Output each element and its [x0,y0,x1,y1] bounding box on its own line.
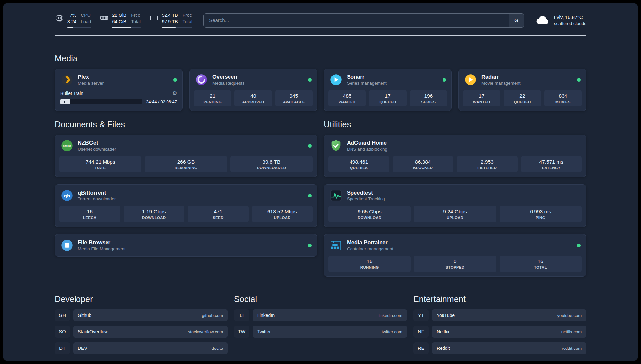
bookmark-github[interactable]: GH Github github.com [55,309,228,321]
service-card-speedtest[interactable]: Speedtest Speedtest Tracking 9.65 Gbps D… [324,184,586,227]
service-title: Speedtest [347,190,581,196]
stat-value: 21 [196,93,229,99]
disk-usage-bar [162,27,192,28]
stat-value: 0.993 ms [502,209,580,215]
bookmark-group-entertainment: Entertainment YT YouTube youtube.com NF … [413,294,586,354]
bookmark-abbr: NF [413,326,429,338]
stat-tile: 40 APPROVED [234,90,272,106]
service-card-nzbget[interactable]: nzbget NZBGet Usenet downloader 744.21 M… [55,135,317,177]
utilities-column: Utilities AdGuard Home DNS and adblockin… [324,120,586,277]
disk-free-label: Free [183,13,193,18]
bookmark-reddit[interactable]: RE Reddit reddit.com [413,342,586,354]
service-subtitle: Movie management [481,81,573,86]
cpu-percent: 7% [67,13,76,18]
stat-label: REMAINING [147,166,225,170]
service-card-overseerr[interactable]: Overseerr Media Requests 21 PENDING 40 A… [189,69,317,111]
weather-widget[interactable]: Lviv, 16.87°C scattered clouds [535,15,586,26]
service-card-adguard[interactable]: AdGuard Home DNS and adblocking 498,461 … [324,135,586,177]
search-input[interactable] [204,14,509,27]
service-subtitle: Torrent downloader [78,197,304,201]
speedtest-graph-icon [329,189,343,202]
bookmark-netflix[interactable]: NF Netflix netflix.com [413,326,586,338]
cpu-label: CPU [81,13,91,18]
stat-label: RATE [61,166,139,170]
bookmark-group-developer: Developer GH Github github.com SO StackO… [55,294,228,354]
bookmark-youtube[interactable]: YT YouTube youtube.com [413,309,586,321]
bookmark-url: youtube.com [557,313,582,318]
service-subtitle: Container management [347,246,573,251]
stat-value: 1.19 Gbps [126,209,183,215]
stat-tile: 945 AVAILABLE [275,90,313,106]
service-title: Sonarr [347,74,438,80]
playback-time: 24:44 / 02:06:47 [146,99,177,104]
stat-value: 9.65 Gbps [330,209,409,215]
bookmark-name: Netflix [437,329,449,334]
service-title: Overseerr [212,74,304,80]
stat-value: 498,461 [330,159,387,165]
bookmark-name: StackOverflow [78,329,107,334]
stat-tile: 21 PENDING [194,90,231,106]
bookmark-columns: Developer GH Github github.com SO StackO… [55,294,586,354]
status-dot [308,194,312,197]
stat-value: 16 [502,258,580,264]
playback-progress-bar[interactable] [60,99,142,104]
stat-label: SERIES [412,100,445,104]
ram-free-label: Free [131,13,141,18]
now-playing-title: Bullet Train [60,91,83,96]
service-subtitle: Media Requests [212,81,304,86]
bookmark-abbr: LI [234,309,249,321]
ram-icon [100,14,109,24]
stat-value: 16 [330,258,409,264]
cpu-readout: 7% CPU 3.24 Load [67,13,91,28]
disk-free-value: 52.4 TB [162,13,178,18]
section-title-media: Media [55,54,586,63]
bookmark-abbr: DT [55,342,70,354]
cpu-load-value: 3.24 [67,19,76,25]
stat-tile: 16 TOTAL [500,256,582,272]
stat-label: RUNNING [330,265,409,269]
stat-tile: 47.571 ms LATENCY [521,156,582,172]
service-subtitle: DNS and adblocking [347,147,581,152]
svg-text:nzbget: nzbget [63,144,71,147]
status-dot [308,144,312,148]
service-card-radarr[interactable]: Radarr Movie management 17 WANTED 22 QUE… [458,69,586,111]
gear-icon[interactable]: ⚙ [172,91,177,96]
stat-tile: 266 GB REMAINING [145,156,227,172]
service-card-sonarr[interactable]: Sonarr Series management 485 WANTED 17 Q… [324,69,452,111]
bookmark-dev[interactable]: DT DEV dev.to [55,342,228,354]
service-card-portainer[interactable]: Media Portainer Container management 16 … [324,234,586,277]
section-title-developer: Developer [55,294,228,304]
bookmark-url: stackoverflow.com [188,329,223,334]
bookmark-abbr: RE [413,342,429,354]
pause-icon[interactable] [60,99,70,104]
service-subtitle: Speedtest Tracking [347,197,581,201]
bookmark-name: YouTube [437,313,455,318]
stat-label: DOWNLOADED [232,166,311,170]
service-card-plex[interactable]: Plex Media server Bullet Train ⚙ 24:44 [55,69,183,111]
ram-usage-bar [112,27,140,28]
stat-tile: 16 RUNNING [328,256,411,272]
section-title-utilities: Utilities [324,120,586,129]
stat-tile: 17 WANTED [463,90,500,106]
bookmark-linkedin[interactable]: LI LinkedIn linkedin.com [234,309,407,321]
stat-label: MOVIES [546,100,580,104]
svg-text:qb: qb [64,193,70,198]
stat-label: QUEUED [505,100,539,104]
stat-value: 9.24 Gbps [416,209,494,215]
stat-value: 196 [412,93,445,99]
stat-tile: 196 SERIES [410,90,447,106]
ram-readout: 22 GiB Free 64 GiB Total [112,13,140,28]
service-card-qbittorrent[interactable]: qb qBittorrent Torrent downloader 16 [55,184,317,227]
stat-value: 618.52 Mbps [254,209,311,215]
bookmark-twitter[interactable]: TW Twitter twitter.com [234,326,407,338]
overseerr-icon [195,73,208,86]
stat-label: FILTERED [459,166,516,170]
bookmark-stackoverflow[interactable]: SO StackOverflow stackoverflow.com [55,326,228,338]
stat-label: WANTED [465,100,498,104]
service-card-filebrowser[interactable]: File Browser Media File Management [55,234,317,257]
stat-value: 945 [277,93,311,99]
stat-label: TOTAL [502,265,580,269]
disk-total-value: 97.9 TB [162,19,178,25]
stat-tile: 618.52 Mbps UPLOAD [252,206,313,222]
search-engine-button[interactable]: G [509,14,524,27]
